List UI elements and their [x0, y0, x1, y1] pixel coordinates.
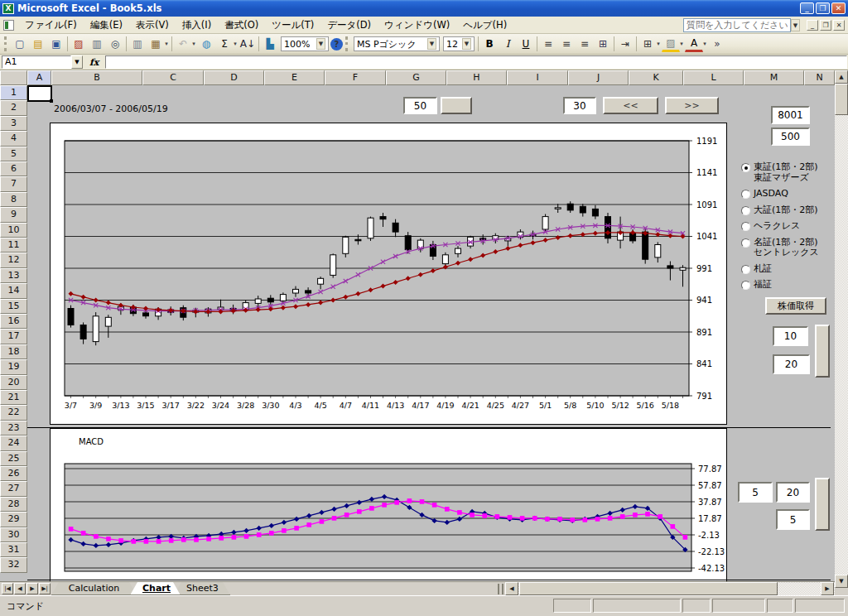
font-name-select-dropdown-icon[interactable]: ▼ — [427, 38, 436, 50]
tab-first-button[interactable]: |◀ — [2, 583, 13, 594]
radio-hercules-icon[interactable] — [741, 222, 750, 231]
row-header-29[interactable]: 29 — [0, 512, 27, 527]
borders-icon[interactable]: ⊞ — [638, 36, 657, 52]
row-header-12[interactable]: 12 — [0, 253, 27, 267]
tab-prev-button[interactable]: ◀ — [14, 583, 26, 594]
column-header-N[interactable]: N — [804, 70, 835, 85]
row-header-27[interactable]: 27 — [0, 481, 27, 496]
ma-side-button[interactable] — [815, 325, 830, 378]
macd-param-bottom-input[interactable] — [776, 509, 810, 530]
macd-chart[interactable]: 77.8757.8737.8717.87-2.13-22.13-42.13 — [50, 428, 727, 581]
menu-item-tools[interactable]: ツール(T) — [265, 17, 320, 33]
ma-short-input[interactable] — [773, 326, 808, 346]
insert-hyperlink-icon[interactable]: ◍ — [197, 36, 215, 52]
name-box-dropdown-icon[interactable]: ▼ — [71, 55, 83, 69]
scroll-left-icon[interactable]: ◀ — [505, 582, 518, 595]
count-input[interactable] — [771, 128, 810, 146]
font-name-select[interactable]: MS Pゴシック▼ — [354, 36, 440, 51]
workbook-close-button[interactable]: ✕ — [833, 20, 845, 31]
help-icon[interactable]: ? — [330, 38, 343, 51]
column-header-J[interactable]: J — [568, 70, 629, 85]
merge-center-icon[interactable]: ⊞ — [594, 36, 612, 52]
blank-button[interactable] — [441, 97, 472, 114]
radio-row-sassho[interactable]: 札証 — [741, 264, 842, 275]
ma-long-input[interactable] — [773, 354, 810, 374]
row-header-10[interactable]: 10 — [0, 223, 27, 238]
tab-next-button[interactable]: ▶ — [26, 583, 38, 594]
column-header-K[interactable]: K — [629, 70, 683, 85]
scroll-up-icon[interactable]: ▲ — [835, 70, 848, 84]
radio-row-hercules[interactable]: ヘラクレス — [741, 221, 842, 232]
macd-param-top-input[interactable] — [776, 482, 810, 503]
column-header-I[interactable]: I — [507, 70, 568, 85]
row-header-20[interactable]: 20 — [0, 375, 27, 390]
open-folder-icon[interactable]: ▤ — [29, 36, 47, 52]
underline-button[interactable]: U — [517, 36, 535, 52]
row-header-32[interactable]: 32 — [0, 557, 27, 572]
column-header-A[interactable]: A — [27, 70, 51, 85]
row-header-6[interactable]: 6 — [0, 161, 27, 176]
radio-sassho-icon[interactable] — [741, 265, 750, 274]
font-color-icon[interactable]: A — [685, 36, 703, 52]
row-header-7[interactable]: 7 — [0, 176, 27, 191]
maximize-button[interactable]: ❐ — [816, 2, 830, 14]
tab-last-button[interactable]: ▶| — [39, 583, 51, 594]
menu-item-data[interactable]: データ(D) — [320, 17, 378, 33]
column-header-F[interactable]: F — [325, 70, 386, 85]
bold-button[interactable]: B — [480, 36, 499, 52]
radio-row-meisho[interactable]: 名証(1部・2部) セントレックス — [741, 238, 842, 258]
row-header-3[interactable]: 3 — [0, 116, 27, 131]
italic-button[interactable]: I — [499, 36, 517, 52]
vertical-scrollbar[interactable]: ▲ ▼ — [835, 70, 848, 588]
row-header-17[interactable]: 17 — [0, 329, 27, 344]
print-icon[interactable]: ▥ — [88, 36, 106, 52]
fetch-price-button[interactable]: 株価取得 — [765, 297, 826, 315]
insert-function-icon[interactable]: fx — [83, 57, 105, 68]
macd-side-button[interactable] — [815, 478, 830, 531]
row-header-13[interactable]: 13 — [0, 268, 27, 283]
workbook-restore-button[interactable]: ❐ — [820, 20, 831, 31]
row-header-28[interactable]: 28 — [0, 497, 27, 512]
column-header-E[interactable]: E — [264, 70, 325, 85]
column-header-M[interactable]: M — [744, 70, 804, 85]
fill-color-icon[interactable]: ▨ — [662, 36, 680, 52]
row-header-9[interactable]: 9 — [0, 207, 27, 222]
macd-param-left-input[interactable] — [738, 482, 773, 503]
horizontal-scroll-thumb[interactable] — [519, 582, 778, 595]
align-center-icon[interactable]: ≡ — [557, 36, 576, 52]
column-header-C[interactable]: C — [142, 70, 204, 85]
formula-input[interactable] — [105, 55, 847, 69]
toolbar-grip[interactable] — [4, 36, 8, 51]
column-header-B[interactable]: B — [51, 70, 142, 85]
sheet-tab-sheet3[interactable]: Sheet3 — [174, 582, 230, 595]
undo-icon[interactable]: ↶ — [174, 36, 192, 52]
bar-count-input[interactable] — [403, 97, 437, 114]
sheet-tab-calculation[interactable]: Calculation — [51, 582, 137, 595]
indent-icon[interactable]: ⇥ — [616, 36, 634, 52]
active-cell-a1[interactable] — [27, 85, 52, 102]
name-box[interactable]: A1 — [2, 55, 71, 69]
paste-icon[interactable]: ▦ — [147, 36, 165, 52]
print-preview-icon[interactable]: ◎ — [106, 36, 124, 52]
minimize-button[interactable]: _ — [800, 2, 814, 14]
column-header-D[interactable]: D — [204, 70, 264, 85]
horizontal-scrollbar[interactable]: ◀ ▶ — [505, 582, 835, 596]
fill-handle[interactable] — [50, 99, 53, 103]
radio-jasdaq-icon[interactable] — [741, 190, 750, 199]
select-all-corner[interactable] — [0, 70, 27, 85]
row-header-31[interactable]: 31 — [0, 542, 27, 557]
row-header-11[interactable]: 11 — [0, 238, 27, 253]
date-range-cell[interactable]: 2006/03/07 - 2006/05/19 — [54, 102, 168, 116]
row-header-26[interactable]: 26 — [0, 466, 27, 481]
question-dropdown-icon[interactable]: ▼ — [791, 19, 800, 31]
formatting-toolbar-grip[interactable] — [345, 36, 349, 51]
row-header-15[interactable]: 15 — [0, 299, 27, 314]
row-header-23[interactable]: 23 — [0, 421, 27, 436]
question-input[interactable] — [683, 18, 791, 32]
menu-item-help[interactable]: ヘルプ(H) — [456, 17, 513, 33]
workbook-minimize-button[interactable]: _ — [807, 20, 818, 31]
row-header-14[interactable]: 14 — [0, 283, 27, 298]
radio-fukusho-icon[interactable] — [741, 281, 750, 290]
row-header-18[interactable]: 18 — [0, 344, 27, 359]
stock-code-input[interactable] — [771, 106, 810, 124]
